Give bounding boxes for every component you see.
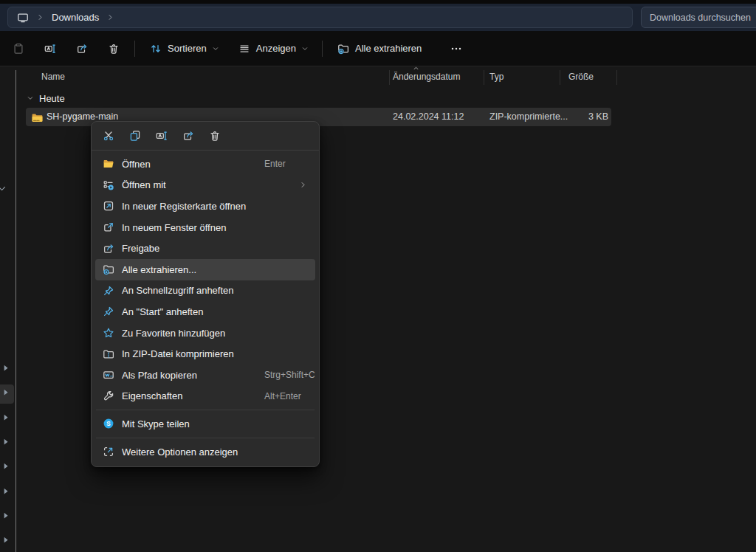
menu-item-add-favorites[interactable]: Zu Favoriten hinzufügen [95,322,315,344]
menu-item-label: Zu Favoriten hinzufügen [122,328,225,339]
cut-icon [103,130,114,142]
breadcrumb[interactable]: Downloads [7,7,633,28]
menu-item-open-with[interactable]: Öffnen mit [95,175,315,196]
tree-chevron-icon[interactable] [1,487,12,497]
view-icon [238,43,250,55]
open-with-icon [102,179,114,191]
extract-icon [102,263,114,276]
pin-icon [102,284,114,297]
share-icon [102,242,114,255]
column-separator[interactable] [389,70,390,85]
rename-button[interactable] [38,37,63,61]
column-header-name[interactable]: Name [41,72,65,82]
rename-icon [44,43,56,55]
chevron-right-icon [36,13,44,21]
tree-chevron-down-icon[interactable] [0,184,7,194]
file-modified: 24.02.2024 11:12 [393,111,464,122]
pane-separator[interactable] [16,70,16,552]
group-header-heute[interactable]: Heute [27,91,65,106]
tree-chevron-icon[interactable] [1,536,12,546]
menu-item-label: Als Pfad kopieren [122,370,197,381]
column-header-size[interactable]: Größe [568,72,594,82]
menu-item-share[interactable]: Freigabe [95,238,315,259]
menu-item-copy-path[interactable]: Als Pfad kopierenStrg+Shift+C [95,365,315,386]
zip-folder-icon [31,111,44,124]
menu-separator [96,438,315,438]
sort-label: Sortieren [168,43,207,54]
search-input[interactable]: Downloads durchsuchen [641,7,756,28]
tree-chevron-icon[interactable] [1,511,12,522]
chevron-down-icon [27,94,34,102]
more-options-button[interactable] [444,37,469,61]
menu-item-pin-quick-access[interactable]: An Schnellzugriff anheften [95,280,315,302]
menu-item-label: Weitere Optionen anzeigen [122,446,238,458]
share-button[interactable] [69,37,94,61]
chevron-down-icon [212,45,219,52]
menu-item-label: An Schnellzugriff anheften [122,285,234,296]
zip-icon [102,348,114,360]
copy-path-icon [102,369,114,382]
address-bar: Downloads Downloads durchsuchen [0,4,756,31]
quick-action-cut[interactable] [101,129,115,143]
menu-item-more-options[interactable]: Weitere Optionen anzeigen [95,441,315,463]
quick-action-share[interactable] [181,129,195,143]
paste-icon [13,43,24,55]
extract-label: Alle extrahieren [355,43,422,54]
chevron-right-icon [106,13,114,21]
column-separator[interactable] [616,70,617,85]
group-label: Heute [39,93,65,104]
tree-chevron-icon[interactable] [1,462,12,472]
menu-item-open-new-window[interactable]: In neuem Fenster öffnen [95,217,315,238]
tree-chevron-icon[interactable] [1,388,12,399]
toolbar-divider [322,41,323,57]
quick-action-copy[interactable] [128,129,142,143]
menu-item-share-skype[interactable]: SMit Skype teilen [95,413,315,435]
rename-icon [156,130,168,142]
context-menu-items: ÖffnenEnterÖffnen mitIn neuer Registerka… [92,151,319,466]
quick-action-rename[interactable] [154,129,168,143]
wrench-icon [102,390,114,402]
computer-icon [17,12,29,24]
menu-item-label: In ZIP-Datei komprimieren [122,348,234,359]
sort-button[interactable]: Sortieren [142,37,227,61]
tree-chevron-icon[interactable] [1,438,12,448]
column-header-type[interactable]: Typ [489,72,504,82]
svg-text:S: S [106,421,111,427]
column-header-modified[interactable]: Änderungsdatum [393,72,460,82]
extract-all-button[interactable]: Alle extrahieren [330,37,429,61]
menu-item-label: In neuem Fenster öffnen [122,222,226,233]
delete-button[interactable] [101,37,126,61]
star-icon [102,327,114,339]
file-size: 3 KB [546,111,608,122]
quick-action-delete[interactable] [207,129,221,143]
menu-item-label: An "Start" anheften [122,306,203,317]
menu-item-label: Öffnen [122,159,151,170]
menu-item-compress-zip[interactable]: In ZIP-Datei komprimieren [95,343,315,365]
delete-icon [209,130,221,142]
menu-item-pin-start[interactable]: An "Start" anheften [95,301,315,322]
breadcrumb-item-downloads[interactable]: Downloads [52,12,99,23]
new-tab-icon [102,200,114,213]
tree-chevron-icon[interactable] [1,364,12,374]
menu-item-label: Eigenschaften [122,390,182,401]
context-menu-quick-actions [92,122,319,151]
new-window-icon [102,221,114,234]
paste-button[interactable] [6,37,31,61]
skype-icon: S [102,418,114,430]
context-menu: ÖffnenEnterÖffnen mitIn neuer Registerka… [91,121,320,467]
expand-icon [102,446,114,458]
column-separator[interactable] [560,70,560,85]
menu-item-shortcut: Enter [264,159,286,169]
menu-item-open[interactable]: ÖffnenEnter [95,153,315,175]
view-button[interactable]: Anzeigen [231,37,316,61]
file-explorer-window: { "colors": { "accent_blue": "#53b1e8", … [0,0,756,552]
menu-separator [96,410,315,410]
menu-item-label: Öffnen mit [122,179,166,190]
menu-item-properties[interactable]: EigenschaftenAlt+Enter [95,386,315,407]
file-name: SH-pygame-main [47,111,118,122]
tree-chevron-icon[interactable] [1,413,12,424]
column-separator[interactable] [484,70,484,85]
menu-item-open-new-tab[interactable]: In neuer Registerkarte öffnen [95,196,315,217]
menu-item-label: Mit Skype teilen [122,418,190,429]
menu-item-extract-all[interactable]: Alle extrahieren... [95,259,315,280]
